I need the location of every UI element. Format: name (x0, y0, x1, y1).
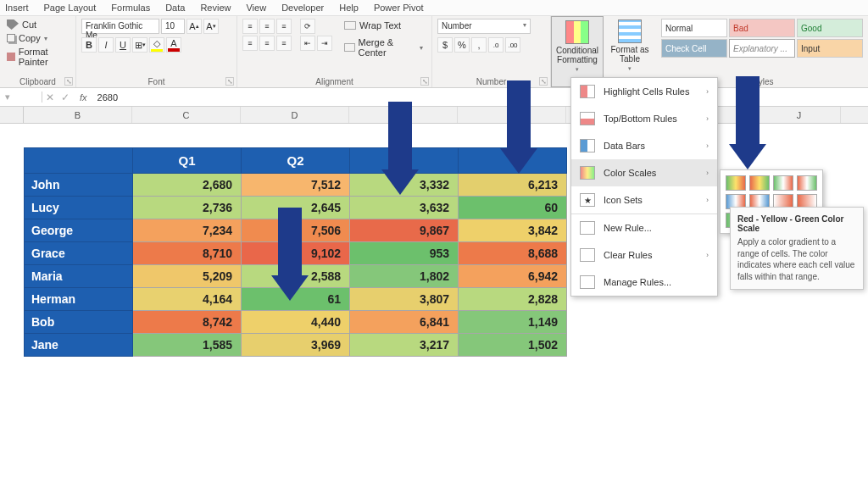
cf-highlight-cells-rules[interactable]: Highlight Cells Rules› (571, 78, 717, 105)
style-explanatory[interactable]: Explanatory ... (729, 39, 795, 58)
tab-power-pivot[interactable]: Power Pivot (374, 3, 424, 13)
cell[interactable]: 6,213 (459, 174, 567, 197)
col-D[interactable]: D (241, 107, 349, 123)
cell[interactable]: 2,736 (133, 197, 242, 219)
color-scale-swatch[interactable] (773, 175, 793, 191)
cf-new-rule[interactable]: New Rule... (571, 214, 717, 241)
font-dialog-launcher[interactable]: ⤡ (225, 77, 234, 86)
cell[interactable]: 3,632 (350, 197, 459, 219)
cf-icon-sets[interactable]: ★Icon Sets› (571, 186, 717, 214)
fill-color-button[interactable]: ◇ (149, 37, 164, 53)
tab-view[interactable]: View (246, 3, 266, 13)
tab-developer[interactable]: Developer (281, 3, 324, 13)
cf-top-bottom-rules[interactable]: Top/Bottom Rules› (571, 105, 717, 132)
cell[interactable]: 4,164 (133, 288, 242, 311)
fx-icon[interactable]: fx (73, 92, 94, 103)
font-name-combo[interactable]: Franklin Gothic Me (81, 19, 159, 34)
cf-manage-rules[interactable]: Manage Rules... (571, 269, 717, 296)
cell[interactable]: 7,234 (133, 219, 242, 242)
cell[interactable]: 60 (459, 197, 567, 219)
row-name: Jane (25, 334, 133, 357)
cf-color-scales[interactable]: Color Scales› (571, 159, 717, 186)
style-normal[interactable]: Normal (661, 19, 727, 37)
font-size-combo[interactable]: 10 (161, 19, 185, 34)
col-J[interactable]: J (758, 107, 841, 123)
enter-icon[interactable]: ✓ (58, 92, 73, 103)
increase-indent-button[interactable]: ⇥ (317, 36, 332, 51)
decrease-indent-button[interactable]: ⇤ (300, 36, 315, 51)
percent-button[interactable]: % (454, 37, 470, 53)
color-scale-swatch[interactable] (726, 175, 746, 191)
copy-button[interactable]: Copy▾ (5, 32, 70, 44)
cell[interactable]: 1,585 (133, 334, 242, 357)
style-check-cell[interactable]: Check Cell (661, 39, 727, 58)
cell[interactable]: 8,710 (133, 242, 242, 265)
comma-button[interactable]: , (471, 37, 487, 53)
manage-rules-icon (580, 275, 595, 289)
cell[interactable]: 9,867 (350, 219, 459, 242)
style-bad[interactable]: Bad (729, 19, 795, 37)
underline-button[interactable]: U (115, 37, 131, 53)
cell[interactable]: 953 (350, 242, 459, 265)
alignment-dialog-launcher[interactable]: ⤡ (420, 77, 429, 86)
cell[interactable]: 3,217 (350, 334, 459, 357)
cell[interactable]: 5,209 (133, 265, 242, 288)
cell[interactable]: 8,742 (133, 311, 242, 334)
accounting-button[interactable]: $ (437, 37, 453, 53)
decrease-font-button[interactable]: A▾ (203, 19, 219, 34)
color-scale-swatch[interactable] (749, 175, 770, 191)
cell[interactable]: 1,149 (459, 311, 567, 334)
align-middle-button[interactable]: ≡ (259, 19, 275, 34)
align-center-button[interactable]: ≡ (259, 36, 275, 51)
orientation-button[interactable]: ⟳ (300, 19, 315, 34)
bold-button[interactable]: B (81, 37, 97, 53)
tab-data[interactable]: Data (165, 3, 185, 13)
format-painter-button[interactable]: Format Painter (5, 46, 70, 68)
cell[interactable]: 1,502 (459, 334, 567, 357)
align-top-button[interactable]: ≡ (242, 19, 258, 34)
align-right-button[interactable]: ≡ (276, 36, 292, 51)
wrap-text-button[interactable]: Wrap Text (341, 19, 426, 32)
clipboard-dialog-launcher[interactable]: ⤡ (64, 77, 73, 86)
select-all-corner[interactable] (0, 107, 24, 123)
font-color-button[interactable]: A (166, 37, 181, 53)
cut-button[interactable]: Cut (5, 19, 70, 30)
col-C[interactable]: C (132, 107, 241, 123)
cf-data-bars[interactable]: Data Bars› (571, 132, 717, 159)
cell[interactable]: 6,841 (350, 311, 459, 334)
cell[interactable]: 2,828 (459, 288, 567, 311)
cell[interactable]: 8,688 (459, 242, 567, 265)
number-format-combo[interactable]: Number▾ (437, 19, 531, 34)
tab-review[interactable]: Review (200, 3, 231, 13)
style-good[interactable]: Good (797, 19, 863, 37)
cell[interactable]: 3,842 (459, 219, 567, 242)
formula-value[interactable]: 2680 (94, 92, 121, 103)
col-B[interactable]: B (24, 107, 132, 123)
merge-center-button[interactable]: Merge & Center▾ (341, 36, 426, 59)
number-dialog-launcher[interactable]: ⤡ (539, 77, 548, 86)
style-input[interactable]: Input (797, 39, 863, 58)
color-scale-swatch[interactable] (797, 175, 817, 191)
decrease-decimal-button[interactable]: .00 (505, 37, 520, 53)
tab-help[interactable]: Help (339, 3, 359, 13)
cell[interactable]: 7,512 (242, 174, 350, 197)
increase-decimal-button[interactable]: .0 (488, 37, 504, 53)
cell[interactable]: 3,807 (350, 288, 459, 311)
name-box[interactable]: ▾ (0, 92, 42, 103)
cancel-icon[interactable]: ✕ (42, 92, 58, 103)
cell[interactable]: 3,969 (242, 334, 350, 357)
tab-page-layout[interactable]: Page Layout (44, 3, 97, 13)
align-bottom-button[interactable]: ≡ (276, 19, 292, 34)
cell[interactable]: 2,680 (133, 174, 242, 197)
cf-clear-rules[interactable]: Clear Rules› (571, 241, 717, 269)
align-left-button[interactable]: ≡ (242, 36, 258, 51)
borders-button[interactable]: ⊞▾ (132, 37, 147, 53)
italic-button[interactable]: I (98, 37, 114, 53)
cell[interactable]: 4,440 (242, 311, 350, 334)
cf-topbottom-label: Top/Bottom Rules (604, 114, 677, 124)
tab-formulas[interactable]: Formulas (111, 3, 150, 13)
cell[interactable]: 6,942 (459, 265, 567, 288)
cell[interactable]: 1,802 (350, 265, 459, 288)
tab-insert[interactable]: Insert (5, 3, 29, 13)
increase-font-button[interactable]: A▴ (186, 19, 202, 34)
